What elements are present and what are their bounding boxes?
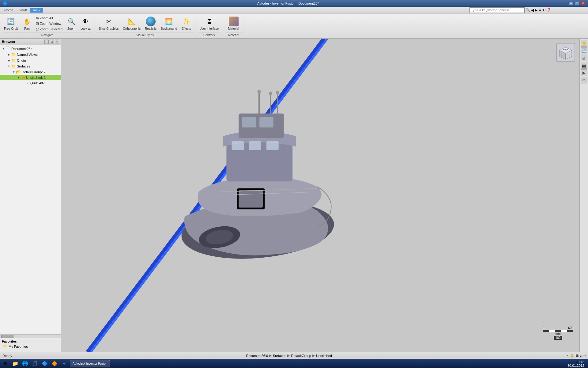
scroll-thumb[interactable] (1, 335, 13, 338)
search-bar: 🔍 ◀ ▶ ★ ↻ ❓ (469, 7, 551, 13)
help-icon[interactable]: ❓ (547, 8, 551, 12)
window-controls: ─ □ ✕ (568, 1, 586, 6)
svg-rect-12 (270, 94, 271, 115)
start-button[interactable]: ⊞ (1, 360, 10, 368)
favorites-panel: Favorites 📁 My Favorites (0, 338, 61, 352)
status-arrow-icon: ⇒ (583, 354, 586, 358)
svg-rect-11 (258, 93, 260, 114)
svg-rect-6 (249, 141, 261, 150)
scale-max: 600 (568, 326, 573, 330)
menu-view[interactable]: View (30, 8, 43, 13)
tree-item-quilt[interactable]: 🔸 Quilt: 487 (0, 80, 61, 86)
browser-restore-btn[interactable]: □ (50, 40, 54, 44)
zoom-button[interactable]: 🔍 Zoom (65, 16, 78, 32)
pan-button[interactable]: ✋ Pan (21, 16, 33, 32)
zoom-icon: 🔍 (66, 17, 76, 26)
taskbar-explorer[interactable]: 📁 (11, 360, 20, 368)
tree-item-document[interactable]: ▼ 📄 Document26* (0, 46, 61, 52)
taskbar-media[interactable]: 🎵 (31, 360, 39, 368)
realistic-icon (146, 17, 156, 26)
tree-item-origin[interactable]: ▶ 📁 Origin (0, 57, 61, 63)
restore-button[interactable]: □ (575, 1, 579, 6)
browser-tree: ▼ 📄 Document26* ▶ 📁 Named Views ▶ 📁 Orig… (0, 45, 61, 334)
doc-label: Document26* (11, 47, 32, 51)
tree-item-defaultgroup[interactable]: ▼ 📂 DefaultGroup: 2 (0, 69, 61, 75)
breadcrumb-sep-2: ▶ (287, 354, 290, 358)
browser-minimize-btn[interactable]: ─ (44, 40, 49, 44)
look-at-button[interactable]: 👁 Look at (79, 16, 92, 32)
tree-item-surfaces[interactable]: ▼ 📁 Surfaces (0, 63, 61, 69)
title-bar: 🔷 Autodesk Inventor Fusion - Document26*… (0, 0, 588, 7)
zoom-selected-button[interactable]: ◎ Zoom Selected (35, 26, 64, 32)
close-button[interactable]: ✕ (581, 1, 586, 6)
effects-label: Effects (182, 27, 191, 31)
controls-items: 🖥 User Interface (198, 15, 220, 33)
scale-value: 100 (554, 336, 563, 340)
svg-rect-5 (232, 141, 244, 150)
sync-icon[interactable]: ↻ (543, 8, 546, 12)
app-title: Autodesk Inventor Fusion - Document26* (8, 2, 568, 5)
defaultgroup-icon: 📂 (16, 70, 21, 74)
user-interface-button[interactable]: 🖥 User Interface (198, 16, 220, 32)
favorites-title: Favorites (2, 339, 59, 343)
my-favorites-label: My Favorites (9, 345, 28, 348)
taskbar-app3[interactable]: 🔹 (60, 360, 69, 368)
ribbon-group-controls: 🖥 User Interface Controls (195, 13, 223, 38)
favorites-my-favorites[interactable]: 📁 My Favorites (2, 344, 59, 349)
rt-settings-button[interactable]: ⚙ (581, 77, 587, 83)
nav-next-icon[interactable]: ▶ (535, 8, 537, 12)
ribbon: 🔄 Free Orbit ✋ Pan ⊕ Zoom All ⊡ Zoom Win… (0, 13, 588, 39)
svg-point-16 (276, 91, 279, 94)
browser-scrollbar[interactable] (0, 334, 61, 338)
browser-close-btn[interactable]: ✕ (55, 40, 59, 44)
orthographic-button[interactable]: 📐 Orthographic (121, 16, 142, 32)
origin-icon: 📁 (11, 58, 16, 63)
slice-graphics-button[interactable]: ✂ Slice Graphics (97, 16, 120, 32)
rt-camera-button[interactable]: 📷 (581, 62, 587, 69)
app-icon: 🔷 (2, 1, 8, 6)
zoom-all-icon: ⊕ (36, 16, 39, 20)
menu-vault[interactable]: Vault (16, 8, 30, 13)
app1-icon: 🔷 (42, 361, 48, 366)
bookmark-icon[interactable]: ★ (538, 8, 542, 12)
background-icon: 🌅 (164, 17, 174, 26)
status-list-icon: ≡ (580, 354, 582, 358)
menu-home[interactable]: Home (1, 8, 16, 13)
free-orbit-button[interactable]: 🔄 Free Orbit (2, 16, 19, 32)
rt-rotate-button[interactable]: 🔄 (581, 47, 587, 54)
material-button[interactable]: Material (227, 16, 241, 32)
doc-icon: 📄 (6, 46, 10, 51)
rt-zoom-fit-button[interactable]: ⊕ (581, 55, 587, 61)
zoom-group: ⊕ Zoom All ⊡ Zoom Window ◎ Zoom Selected (35, 15, 64, 32)
effects-button[interactable]: ✨ Effects (180, 16, 193, 32)
svg-text:R: R (569, 55, 570, 57)
taskbar-ie[interactable]: 🌐 (21, 360, 29, 368)
taskbar-app1[interactable]: 🔷 (40, 360, 49, 368)
taskbar-app2[interactable]: 🔶 (50, 360, 59, 368)
tree-item-named-views[interactable]: ▶ 📁 Named Views (0, 52, 61, 57)
breadcrumb-surfaces: Surfaces (273, 354, 286, 358)
material-icon (229, 17, 239, 26)
background-button[interactable]: 🌅 Background (159, 16, 179, 32)
menu-bar: Home Vault View 🔍 ◀ ▶ ★ ↻ ❓ (0, 7, 588, 13)
status-right-controls: ✓ 🔒 ▦ ≡ ⇒ (566, 354, 586, 358)
named-views-label: Named Views (17, 53, 38, 56)
zoom-window-button[interactable]: ⊡ Zoom Window (35, 21, 64, 26)
material-items: Material (227, 15, 241, 33)
viewport[interactable]: TOP L R 0 600 mm 100 (61, 39, 579, 352)
rt-play-button[interactable]: ▶ (581, 69, 587, 76)
navigation-cube[interactable]: TOP L R (555, 42, 576, 63)
taskbar-active-app[interactable]: Autodesk Inventor Fusion (70, 360, 110, 367)
search-icon[interactable]: 🔍 (526, 8, 530, 12)
breadcrumb-unstitched: Unstitched (316, 354, 332, 358)
minimize-button[interactable]: ─ (568, 1, 573, 6)
svg-rect-20 (239, 190, 263, 208)
search-input[interactable] (469, 7, 525, 13)
nav-prev-icon[interactable]: ◀ (531, 8, 534, 12)
zoom-all-button[interactable]: ⊕ Zoom All (35, 15, 64, 21)
svg-point-14 (257, 90, 261, 93)
unstitched-label: Unstitched: 1 (26, 76, 46, 79)
tree-item-unstitched[interactable]: ▶ 🔶 Unstitched: 1 (0, 75, 61, 80)
realistic-button[interactable]: Realistic (143, 16, 158, 32)
rt-pan-button[interactable]: ✋ (581, 40, 587, 47)
